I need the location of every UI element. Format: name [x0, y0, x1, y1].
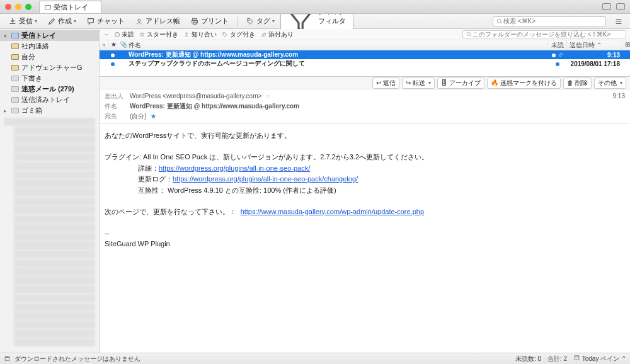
filter-contact[interactable]: 知り合い	[183, 30, 217, 39]
search-icon	[466, 31, 472, 38]
get-mail-button[interactable]: 受信▾	[4, 14, 42, 28]
junk-icon	[11, 86, 19, 92]
global-search[interactable]	[493, 16, 606, 26]
tag-icon	[222, 31, 228, 38]
svg-rect-8	[5, 357, 9, 360]
changelog-link[interactable]: https://wordpress.org/plugins/all-in-one…	[173, 175, 358, 183]
status-total: 合計: 2	[547, 355, 567, 363]
paperclip-icon	[260, 31, 266, 38]
close-window-button[interactable]	[5, 4, 11, 10]
traffic-lights	[5, 4, 32, 10]
folder-self[interactable]: 自分	[0, 52, 99, 62]
folder-junk[interactable]: 迷惑メール (279)	[0, 84, 99, 94]
reply-button[interactable]: ↩返信	[372, 77, 399, 89]
plugin-detail-link[interactable]: https://wordpress.org/plugins/all-in-one…	[159, 164, 310, 172]
window-layout-icon[interactable]	[602, 3, 611, 10]
reply-icon: ↩	[376, 79, 381, 86]
delete-button[interactable]: 🗑削除	[563, 77, 592, 89]
message-time: 9:13	[613, 93, 625, 100]
folder-drafts[interactable]: 下書き	[0, 73, 99, 84]
unread-indicator-icon	[111, 54, 115, 57]
col-picker[interactable]: ⊞	[622, 40, 630, 50]
trash-icon: 🗑	[567, 79, 573, 86]
sidebar-blurred-items	[0, 116, 99, 353]
hamburger-icon	[614, 17, 623, 26]
filter-search[interactable]	[462, 30, 626, 38]
quick-filter-bar: 未読 ☆スター付き 知り合い タグ付き 添付あり	[100, 29, 630, 40]
star-recipient-button[interactable]: ★	[151, 113, 156, 120]
col-thread[interactable]: ৸	[100, 40, 108, 50]
col-attach[interactable]: 📎	[117, 40, 126, 50]
svg-rect-9	[5, 356, 9, 357]
filter-unread[interactable]: 未読	[115, 30, 134, 39]
folder-sent[interactable]: 送信済みトレイ	[0, 94, 99, 105]
unread-indicator-icon	[552, 54, 556, 57]
svg-point-6	[186, 32, 188, 34]
folder-icon	[11, 65, 19, 71]
compose-button[interactable]: 作成▾	[43, 14, 81, 28]
forward-button[interactable]: ↪転送	[402, 77, 435, 89]
star-contact-button[interactable]: ☆	[265, 93, 271, 100]
filter-tagged[interactable]: タグ付き	[222, 30, 255, 39]
more-button[interactable]: その他	[594, 77, 626, 89]
subject-label: 件名	[105, 102, 126, 111]
tag-icon	[246, 17, 255, 26]
to-label: 宛先	[105, 112, 126, 121]
minimize-window-button[interactable]	[15, 4, 21, 10]
to-value: (自分)	[130, 112, 147, 121]
subject-value: WordPress: 更新通知 @ https://www.masuda-gal…	[130, 102, 299, 111]
drafts-icon	[11, 76, 19, 81]
message-list: ৸ ★ 📎 件名 未読 送信日時 ⌃ ⊞ WordPress: 更新通知 @ h…	[100, 40, 630, 77]
from-value: WordPress <wordpress@masuda-gallery.com>	[130, 93, 261, 100]
message-toolbar: ↩返信 ↪転送 🗄アーカイブ 🔥迷惑マークを付ける 🗑削除 その他	[100, 77, 630, 89]
star-icon: ☆	[139, 31, 145, 38]
tab-inbox[interactable]: 受信トレイ	[39, 1, 101, 13]
filter-starred[interactable]: ☆スター付き	[139, 30, 178, 39]
trash-icon	[11, 108, 19, 113]
global-search-input[interactable]	[503, 18, 603, 25]
folder-icon	[11, 43, 19, 49]
main-toolbar: 受信▾ 作成▾ チャット アドレス帳 プリント タグ▾ クイックフィルター	[0, 14, 630, 29]
status-unread: 未読数: 0	[515, 355, 541, 363]
archive-button[interactable]: 🗄アーカイブ	[437, 77, 484, 89]
col-star[interactable]: ★	[108, 40, 117, 50]
app-menu-button[interactable]	[611, 15, 626, 28]
paperclip-icon	[558, 52, 563, 57]
zoom-window-button[interactable]	[25, 4, 32, 10]
unread-indicator-icon	[111, 62, 115, 66]
addressbook-icon	[135, 17, 144, 26]
fire-icon: 🔥	[491, 79, 498, 86]
forward-icon: ↪	[406, 79, 411, 86]
window-menu-icon[interactable]	[616, 3, 625, 10]
folder-inbox[interactable]: ▾受信トレイ	[0, 30, 99, 41]
person-icon	[183, 31, 190, 38]
col-unread[interactable]: 未読	[548, 40, 567, 50]
filter-search-input[interactable]	[472, 31, 623, 38]
status-text: ダウンロードされたメッセージはありません	[14, 355, 140, 363]
folder-adventure[interactable]: アドヴェンチャーG	[0, 62, 99, 73]
today-pane-button[interactable]: Today ペイン ⌃	[573, 354, 626, 363]
mark-junk-button[interactable]: 🔥迷惑マークを付ける	[487, 77, 561, 89]
filter-toggle-button[interactable]	[103, 31, 110, 38]
col-subject[interactable]: 件名	[126, 40, 548, 50]
tab-label: 受信トレイ	[54, 3, 88, 12]
col-date[interactable]: 送信日時 ⌃	[567, 40, 622, 50]
print-button[interactable]: プリント	[186, 14, 233, 28]
archive-icon: 🗄	[441, 79, 447, 86]
chat-button[interactable]: チャット	[82, 14, 129, 28]
addressbook-button[interactable]: アドレス帳	[130, 14, 185, 28]
svg-rect-10	[575, 356, 579, 360]
folder-trash[interactable]: ▸ゴミ箱	[0, 105, 99, 116]
message-row[interactable]: ステップアップクラウドのホームページコーディングに関して 2019/08/01 …	[100, 59, 630, 68]
folder-sidebar: ▾受信トレイ 社内連絡 自分 アドヴェンチャーG 下書き 迷惑メール (279)…	[0, 29, 100, 353]
unread-indicator-icon	[556, 62, 559, 66]
folder-internal[interactable]: 社内連絡	[0, 41, 99, 52]
tag-button[interactable]: タグ▾	[241, 14, 279, 28]
message-list-header: ৸ ★ 📎 件名 未読 送信日時 ⌃ ⊞	[100, 40, 630, 50]
filter-attachment[interactable]: 添付あり	[260, 30, 294, 39]
message-header: 差出人 WordPress <wordpress@masuda-gallery.…	[100, 89, 630, 124]
search-icon	[496, 18, 503, 25]
message-row[interactable]: WordPress: 更新通知 @ https://www.masuda-gal…	[100, 50, 630, 59]
activity-icon	[4, 355, 11, 362]
update-core-link[interactable]: https://www.masuda-gallery.com/wp-admin/…	[241, 208, 424, 215]
